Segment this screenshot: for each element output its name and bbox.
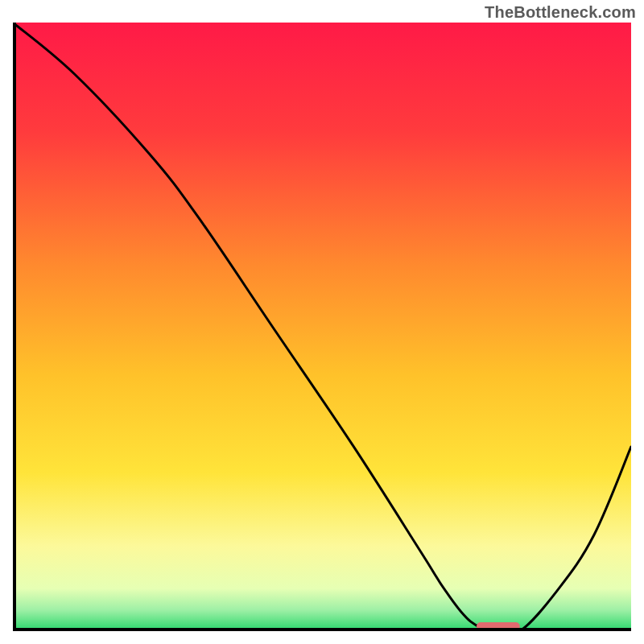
chart-svg — [13, 23, 631, 631]
gradient-background — [13, 23, 631, 631]
bottleneck-chart — [13, 23, 631, 631]
watermark-text: TheBottleneck.com — [485, 3, 636, 22]
